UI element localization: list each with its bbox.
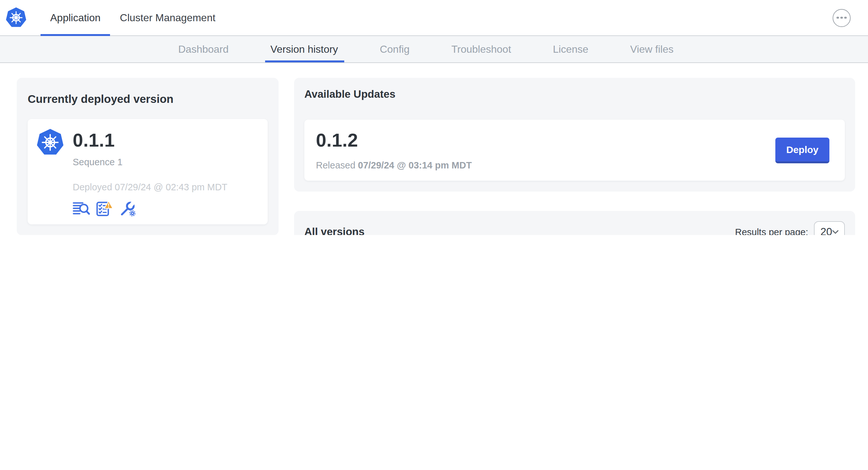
tab-config[interactable]: Config <box>380 36 409 62</box>
admin-console-page: Application Cluster Management Dashboard… <box>0 0 868 235</box>
all-versions-title: All versions <box>304 226 365 235</box>
main-content: Currently deployed version 0.1.1 Sequenc… <box>0 63 868 235</box>
tab-application[interactable]: Application <box>40 0 110 35</box>
results-per-page-select[interactable]: 20 <box>814 222 845 235</box>
available-updates-panel: Available Updates 0.1.2 Released07/29/24… <box>294 78 855 192</box>
list-search-icon[interactable] <box>73 200 90 217</box>
kubernetes-app-icon <box>37 129 64 156</box>
deployed-timestamp: Deployed 07/29/24 @ 02:43 pm MDT <box>73 182 227 193</box>
update-version-number: 0.1.2 <box>316 130 472 152</box>
deployed-version-number: 0.1.1 <box>73 130 227 152</box>
release-timestamp: Released07/29/24 @ 03:14 pm MDT <box>316 160 472 171</box>
deployed-version-card: 0.1.1 Sequence 1 Deployed 07/29/24 @ 02:… <box>28 119 268 225</box>
currently-deployed-title: Currently deployed version <box>28 93 268 106</box>
update-row: 0.1.2 Released07/29/24 @ 03:14 pm MDT De… <box>304 120 845 181</box>
tab-dashboard[interactable]: Dashboard <box>178 36 229 62</box>
chevron-down-icon <box>832 230 839 235</box>
top-nav: Application Cluster Management <box>0 0 868 36</box>
right-column: Available Updates 0.1.2 Released07/29/24… <box>294 78 855 235</box>
all-versions-panel: All versions Results per page: 20 0.1.1 … <box>294 211 855 235</box>
kubernetes-logo-icon <box>6 7 26 28</box>
deployed-sequence: Sequence 1 <box>73 157 227 167</box>
tab-version-history[interactable]: Version history <box>271 36 338 62</box>
deploy-button[interactable]: Deploy <box>775 137 829 163</box>
checklist-warning-icon[interactable] <box>96 200 113 217</box>
tab-cluster-management[interactable]: Cluster Management <box>110 0 225 35</box>
results-per-page: Results per page: 20 <box>735 222 845 235</box>
ellipsis-icon <box>837 17 839 19</box>
tab-view-files[interactable]: View files <box>630 36 674 62</box>
tab-license[interactable]: License <box>553 36 588 62</box>
sub-nav: Dashboard Version history Config Trouble… <box>0 36 868 63</box>
currently-deployed-panel: Currently deployed version 0.1.1 Sequenc… <box>17 78 279 235</box>
available-updates-title: Available Updates <box>304 88 845 100</box>
results-per-page-label: Results per page: <box>735 227 808 235</box>
deployed-icon-row <box>73 200 227 217</box>
tab-troubleshoot[interactable]: Troubleshoot <box>452 36 511 62</box>
wrench-gear-icon[interactable] <box>119 200 136 217</box>
more-options-button[interactable] <box>833 9 850 27</box>
app-tabs: Application Cluster Management <box>40 0 225 35</box>
